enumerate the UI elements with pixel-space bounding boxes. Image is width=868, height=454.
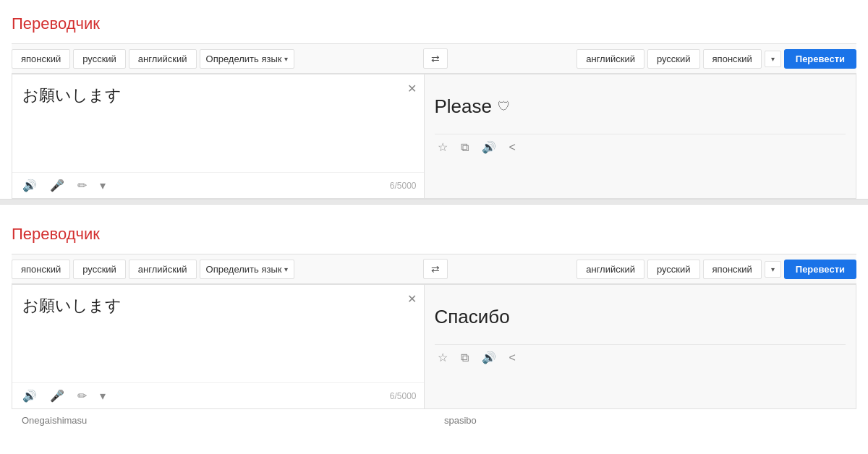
target-dropdown-arrow-2: ▾ [771, 265, 775, 273]
source-lang-russian-1[interactable]: русский [73, 49, 126, 69]
speaker-btn-1[interactable]: 🔊 [20, 177, 40, 194]
page-title-2: Переводчик [12, 219, 856, 247]
pencil-btn-2[interactable]: ✏ [75, 387, 90, 404]
transliteration-right: spasibo [434, 412, 856, 429]
source-lang-english-1[interactable]: английский [129, 49, 197, 69]
detect-lang-btn-1[interactable]: Определить язык ▾ [200, 49, 295, 69]
source-lang-russian-2[interactable]: русский [73, 260, 126, 279]
verified-icon-1: 🛡 [498, 99, 511, 114]
share-btn-1[interactable]: < [506, 140, 519, 155]
translator-block-2: Переводчик японский русский английский О… [0, 210, 868, 432]
input-textarea-2[interactable]: お願いします [12, 285, 424, 380]
input-panel-1: お願いします ✕ 🔊 🎤 ✏ ▾ 6/5000 [12, 74, 425, 198]
clear-btn-2[interactable]: ✕ [407, 292, 417, 306]
output-footer-2: ☆ ⧉ 🔊 < [435, 344, 846, 370]
target-lang-russian-2[interactable]: русский [647, 260, 700, 279]
target-dropdown-btn-1[interactable]: ▾ [765, 51, 781, 67]
translator-block-1: Переводчик японский русский английский О… [0, 0, 868, 199]
share-btn-2[interactable]: < [506, 350, 519, 366]
speaker-btn-2[interactable]: 🔊 [20, 387, 40, 404]
star-btn-2[interactable]: ☆ [435, 349, 451, 366]
translate-btn-1[interactable]: Перевести [784, 49, 856, 69]
detect-lang-btn-2[interactable]: Определить язык ▾ [200, 260, 295, 279]
source-lang-japanese-2[interactable]: японский [12, 260, 70, 279]
star-btn-1[interactable]: ☆ [435, 139, 451, 155]
input-textarea-1[interactable]: お願いします [12, 74, 424, 170]
detect-dropdown-arrow-1: ▾ [284, 55, 288, 63]
speaker-output-btn-1[interactable]: 🔊 [479, 139, 499, 155]
speaker-output-btn-2[interactable]: 🔊 [479, 349, 499, 366]
char-count-2: 6/5000 [390, 391, 417, 401]
target-lang-english-2[interactable]: английский [576, 260, 644, 279]
transliteration-row: Onegaishimasu spasibo [12, 409, 856, 432]
output-text-2: Спасибо [435, 295, 846, 338]
target-lang-russian-1[interactable]: русский [647, 49, 700, 69]
separator [0, 199, 868, 205]
translate-btn-2[interactable]: Перевести [784, 260, 856, 279]
input-footer-2: 🔊 🎤 ✏ ▾ 6/5000 [12, 382, 424, 408]
translation-area-1: お願いします ✕ 🔊 🎤 ✏ ▾ 6/5000 Please 🛡 ☆ ⧉ [12, 74, 856, 199]
clear-btn-1[interactable]: ✕ [407, 82, 417, 95]
transliteration-left: Onegaishimasu [12, 412, 434, 429]
mic-btn-1[interactable]: 🎤 [47, 177, 67, 194]
source-lang-english-2[interactable]: английский [129, 260, 197, 279]
char-count-1: 6/5000 [390, 181, 417, 191]
input-footer-1: 🔊 🎤 ✏ ▾ 6/5000 [12, 172, 424, 198]
output-text-1: Please 🛡 [435, 85, 846, 128]
target-lang-japanese-1[interactable]: японский [703, 49, 762, 69]
toolbar-2: японский русский английский Определить я… [12, 254, 856, 284]
chevron-btn-1[interactable]: ▾ [97, 177, 109, 194]
target-lang-japanese-2[interactable]: японский [703, 260, 762, 279]
copy-btn-2[interactable]: ⧉ [458, 350, 472, 366]
chevron-btn-2[interactable]: ▾ [97, 387, 109, 404]
source-lang-japanese-1[interactable]: японский [12, 49, 70, 69]
swap-btn-2[interactable]: ⇄ [423, 259, 448, 279]
output-panel-2: Спасибо ☆ ⧉ 🔊 < [425, 285, 856, 408]
pencil-btn-1[interactable]: ✏ [75, 177, 90, 194]
toolbar-1: японский русский английский Определить я… [12, 43, 856, 74]
output-footer-1: ☆ ⧉ 🔊 < [435, 134, 846, 160]
swap-btn-1[interactable]: ⇄ [423, 48, 448, 69]
page-title-1: Переводчик [12, 9, 856, 36]
copy-btn-1[interactable]: ⧉ [458, 140, 472, 155]
target-dropdown-btn-2[interactable]: ▾ [765, 261, 781, 278]
translation-area-2: お願いします ✕ 🔊 🎤 ✏ ▾ 6/5000 Спасибо ☆ ⧉ 🔊 [12, 284, 856, 409]
output-panel-1: Please 🛡 ☆ ⧉ 🔊 < [425, 74, 856, 198]
input-panel-2: お願いします ✕ 🔊 🎤 ✏ ▾ 6/5000 [12, 285, 425, 408]
page-wrapper: Переводчик японский русский английский О… [0, 0, 868, 454]
target-lang-english-1[interactable]: английский [576, 49, 644, 69]
detect-dropdown-arrow-2: ▾ [284, 265, 288, 273]
target-dropdown-arrow-1: ▾ [771, 55, 775, 63]
mic-btn-2[interactable]: 🎤 [47, 387, 67, 404]
